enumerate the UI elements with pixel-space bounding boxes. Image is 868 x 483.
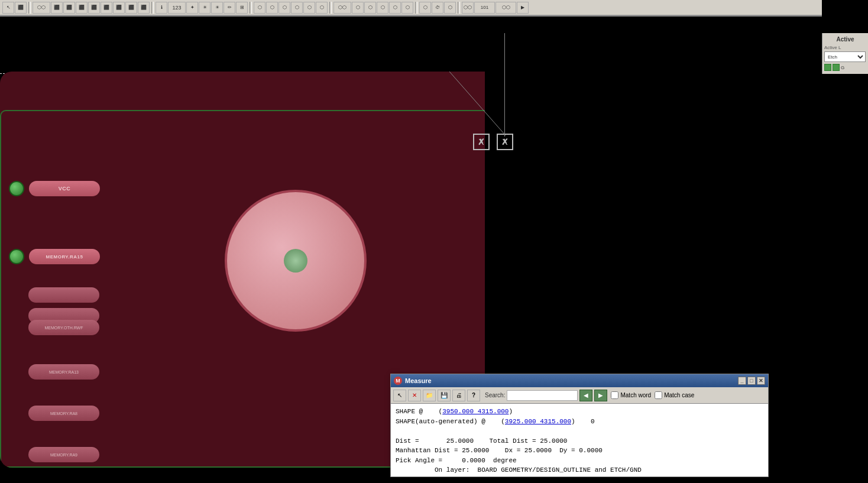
toolbar-btn-mirror[interactable]: ⬡ (291, 2, 303, 14)
layer-color-item: G (824, 64, 866, 71)
match-word-group: Match word (611, 391, 651, 399)
toolbar-btn-pin[interactable]: ⬛ (88, 2, 100, 14)
label-memory-ra15: MEMORY.RA15 (29, 249, 100, 264)
toolbar-btn-pen[interactable]: ✏ (224, 2, 235, 14)
search-prev-btn[interactable]: ◀ (579, 390, 592, 401)
toolbar-btn-copy[interactable]: ⬡ (278, 2, 290, 14)
toolbar-sep4 (329, 2, 332, 14)
measure-line-blank (396, 426, 763, 436)
toolbar-btn-grp1[interactable]: ⬡⬡ (333, 2, 351, 14)
label-memory-ra9: MEMORY.RA9 (28, 447, 99, 462)
toolbar-btn-del[interactable]: ⬡ (316, 2, 328, 14)
measure-tb-help[interactable]: ? (467, 390, 480, 401)
restore-button[interactable]: □ (747, 377, 756, 385)
toolbar-btn-more[interactable]: ⬡⬡ (462, 2, 474, 14)
label-vcc: VCC (29, 181, 100, 196)
toolbar-btn-grp6[interactable]: ⬡ (401, 2, 413, 14)
label-memory-ra8: MEMORY.RA8 (28, 406, 99, 421)
measure-line1: SHAPE @ (3950.000 4315.000) (396, 407, 763, 417)
measure-tb-save[interactable]: 💾 (438, 390, 451, 401)
dialog-title-left: M Measure (394, 377, 432, 385)
component-memory-ra13: MEMORY.RA13 (28, 364, 99, 380)
svg-line-0 (449, 72, 506, 135)
pin-vcc (9, 181, 24, 196)
toolbar-btn-arrow[interactable]: ▶ (517, 2, 529, 14)
match-case-group: Match case (655, 391, 694, 399)
measure-tb-back[interactable]: ↖ (393, 390, 406, 401)
toolbar-btn-sun2[interactable]: ☀ (211, 2, 223, 14)
match-case-label: Match case (664, 392, 694, 398)
component-memory-oth: MEMORY.OTH.RWF (28, 320, 99, 335)
toolbar: ↖ ⬛ ⬡⬡ ⬛ ⬛ ⬛ ⬛ ⬛ ⬛ ⬛ ⬛ ℹ 123 ✦ ☀ ☀ ✏ ⊞ ⬡… (0, 0, 822, 17)
measure-coord-link2[interactable]: 3925.000 4315.000 (505, 418, 571, 425)
label-memory-oth: MEMORY.OTH.RWF (28, 320, 99, 335)
measure-search-input[interactable] (507, 390, 578, 401)
match-word-label: Match word (620, 392, 651, 398)
layer-color-box-green (824, 64, 831, 71)
toolbar-btn-via[interactable]: ⬛ (76, 2, 88, 14)
match-word-checkbox[interactable] (611, 391, 618, 399)
toolbar-btn-sun1[interactable]: ☀ (199, 2, 210, 14)
toolbar-row1: ↖ ⬛ ⬡⬡ ⬛ ⬛ ⬛ ⬛ ⬛ ⬛ ⬛ ⬛ ℹ 123 ✦ ☀ ☀ ✏ ⊞ ⬡… (0, 0, 822, 15)
toolbar-btn-grp5[interactable]: ⬡ (389, 2, 401, 14)
measure-dialog: M Measure _ □ ✕ ↖ ✕ 📁 💾 🖨 ? Search: ◀ ▶ … (390, 374, 769, 477)
toolbar-btn-grp4[interactable]: ⬡ (377, 2, 388, 14)
toolbar-btn-grp2[interactable]: ⬡ (352, 2, 364, 14)
pin-memory-ra15 (9, 249, 24, 264)
toolbar-btn-net[interactable]: ⬡ (444, 2, 456, 14)
toolbar-btn-shape[interactable]: ⬛ (101, 2, 112, 14)
toolbar-btn-zoom[interactable]: ⬡⬡ (33, 2, 50, 14)
toolbar-btn-grp3[interactable]: ⬡ (364, 2, 376, 14)
toolbar-sep2 (151, 2, 154, 14)
toolbar-btn-num[interactable]: 123 (168, 2, 186, 14)
corner-cut-svg (449, 72, 509, 137)
measure-tb-close[interactable]: ✕ (408, 390, 421, 401)
toolbar-btn-more2[interactable]: 101 (474, 2, 495, 14)
large-via (225, 190, 367, 332)
toolbar-btn-grid[interactable]: ⊞ (236, 2, 248, 14)
toolbar-sep3 (250, 2, 252, 14)
measure-tb-print[interactable]: 🖨 (452, 390, 465, 401)
measure-layer: On layer: BOARD GEOMETRY/DESIGN_OUTLINE … (396, 465, 763, 475)
vertical-guide-top (504, 33, 505, 36)
toolbar-btn-drc[interactable]: ⏱ (432, 2, 443, 14)
close-button[interactable]: ✕ (757, 377, 765, 385)
toolbar-btn-route[interactable]: ⬛ (63, 2, 75, 14)
toolbar-sep1 (28, 2, 31, 14)
layer-color-label-g: G (841, 65, 844, 70)
layer-dropdown[interactable]: Etch (824, 51, 866, 62)
measure-dialog-icon: M (394, 377, 402, 385)
toolbar-btn-cursor[interactable]: ↖ (2, 2, 14, 14)
component-empty1 (28, 287, 99, 303)
measure-toolbar: ↖ ✕ 📁 💾 🖨 ? Search: ◀ ▶ Match word Match… (391, 387, 768, 404)
via-center (284, 249, 307, 273)
measure-tb-open[interactable]: 📁 (423, 390, 436, 401)
toolbar-btn-area[interactable]: ⬛ (51, 2, 63, 14)
match-case-checkbox[interactable] (655, 391, 662, 399)
toolbar-sep5 (415, 2, 417, 14)
search-next-btn[interactable]: ▶ (594, 390, 607, 401)
minimize-button[interactable]: _ (738, 377, 746, 385)
toolbar-sep6 (458, 2, 460, 14)
toolbar-btn-move[interactable]: ⬡ (254, 2, 265, 14)
search-label: Search: (485, 392, 505, 398)
toolbar-btn-text[interactable]: ⬛ (113, 2, 125, 14)
measure-content: SHAPE @ (3950.000 4315.000) SHAPE(auto-g… (391, 404, 768, 476)
measure-line2: SHAPE(auto-generated) @ (3925.000 4315.0… (396, 417, 763, 427)
measure-titlebar: M Measure _ □ ✕ (391, 374, 768, 387)
layer-color-box-green2 (833, 64, 840, 71)
toolbar-btn-flip[interactable]: ⬡ (266, 2, 278, 14)
measure-dist: Dist = 25.0000 Total Dist = 25.0000 (396, 436, 763, 446)
toolbar-btn-highlight2[interactable]: ⬡ (419, 2, 431, 14)
toolbar-btn-rot[interactable]: ⬡ (303, 2, 315, 14)
toolbar-btn-select[interactable]: ⬛ (15, 2, 27, 14)
component-memory-ra15: MEMORY.RA15 (9, 249, 100, 264)
measure-coord-link1[interactable]: 3950.000 4315.000 (442, 408, 509, 415)
active-layer-title: Active (824, 36, 866, 43)
toolbar-btn-line[interactable]: ⬛ (125, 2, 137, 14)
toolbar-btn-arc[interactable]: ⬛ (138, 2, 150, 14)
toolbar-btn-highlight[interactable]: ✦ (186, 2, 198, 14)
toolbar-btn-prop[interactable]: ℹ (156, 2, 167, 14)
toolbar-btn-more3[interactable]: ⬡⬡ (495, 2, 516, 14)
component-memory-ra8: MEMORY.RA8 (28, 406, 99, 421)
